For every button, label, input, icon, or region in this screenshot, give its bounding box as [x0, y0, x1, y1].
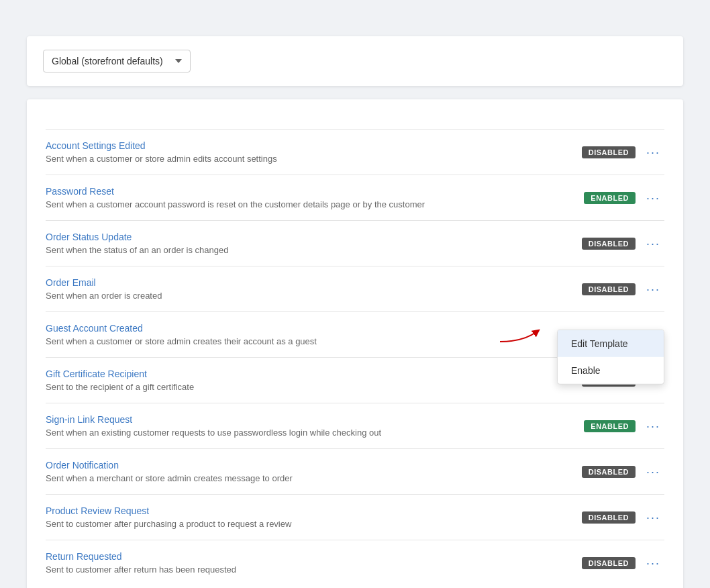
template-row: Order Status UpdateSent when the status …: [46, 220, 664, 266]
status-badge-password-reset: ENABLED: [584, 192, 636, 204]
arrow-indicator: [497, 325, 550, 345]
status-badge-product-review-request: DISABLED: [582, 511, 636, 524]
template-row: Account Settings EditedSent when a custo…: [46, 129, 664, 175]
storefront-dropdown[interactable]: Global (storefront defaults): [43, 50, 191, 72]
template-name-order-email[interactable]: Order Email: [46, 277, 582, 288]
more-options-btn-order-status-update[interactable]: ···: [642, 235, 664, 252]
template-name-sign-in-link-request[interactable]: Sign-in Link Request: [46, 414, 584, 425]
template-desc-sign-in-link-request: Sent when an existing customer requests …: [46, 428, 381, 438]
template-row: Guest Account CreatedSent when a custome…: [46, 311, 664, 357]
status-badge-sign-in-link-request: ENABLED: [584, 420, 636, 432]
template-row: Password ResetSent when a customer accou…: [46, 175, 664, 220]
template-row: Product Review RequestSent to customer a…: [46, 494, 664, 540]
status-badge-account-settings-edited: DISABLED: [582, 146, 636, 158]
email-templates-card: Account Settings EditedSent when a custo…: [27, 99, 683, 588]
template-name-product-review-request[interactable]: Product Review Request: [46, 505, 582, 516]
template-desc-order-status-update: Sent when the status of an an order is c…: [46, 245, 228, 255]
template-name-return-requested[interactable]: Return Requested: [46, 551, 582, 562]
status-badge-return-requested: DISABLED: [582, 557, 636, 569]
template-desc-account-settings-edited: Sent when a customer or store admin edit…: [46, 154, 277, 164]
more-options-btn-account-settings-edited[interactable]: ···: [642, 144, 664, 161]
template-name-account-settings-edited[interactable]: Account Settings Edited: [46, 140, 582, 151]
template-desc-return-requested: Sent to customer after return has been r…: [46, 565, 236, 575]
more-options-btn-sign-in-link-request[interactable]: ···: [642, 418, 664, 435]
template-desc-guest-account-created: Sent when a customer or store admin crea…: [46, 336, 317, 346]
template-name-order-status-update[interactable]: Order Status Update: [46, 232, 582, 242]
status-badge-order-notification: DISABLED: [582, 466, 636, 478]
template-row: Sign-in Link RequestSent when an existin…: [46, 403, 664, 448]
template-name-password-reset[interactable]: Password Reset: [46, 186, 584, 197]
more-options-btn-return-requested[interactable]: ···: [642, 554, 664, 572]
more-options-btn-order-notification[interactable]: ···: [642, 463, 664, 481]
more-options-btn-password-reset[interactable]: ···: [642, 189, 664, 207]
template-desc-order-email: Sent when an order is created: [46, 291, 162, 301]
context-menu-item-edit-template[interactable]: Edit Template: [558, 330, 664, 356]
status-badge-order-status-update: DISABLED: [582, 238, 636, 250]
more-options-btn-order-email[interactable]: ···: [642, 281, 664, 298]
template-row: Return RequestedSent to customer after r…: [46, 540, 664, 585]
template-row: Order EmailSent when an order is created…: [46, 266, 664, 311]
template-row: Order NotificationSent when a merchant o…: [46, 448, 664, 494]
context-menu-item-enable[interactable]: Enable: [558, 356, 664, 383]
template-desc-gift-certificate-recipient: Sent to the recipient of a gift certific…: [46, 382, 194, 392]
templates-list: Account Settings EditedSent when a custo…: [46, 129, 664, 585]
template-desc-password-reset: Sent when a customer account password is…: [46, 199, 425, 209]
template-desc-order-notification: Sent when a merchant or store admin crea…: [46, 473, 293, 483]
status-badge-order-email: DISABLED: [582, 283, 636, 295]
storefront-dropdown-card: Global (storefront defaults): [27, 36, 683, 86]
template-desc-product-review-request: Sent to customer after purchasing a prod…: [46, 519, 291, 529]
more-options-btn-product-review-request[interactable]: ···: [642, 509, 664, 526]
context-menu: Edit TemplateEnable: [557, 329, 664, 384]
template-name-gift-certificate-recipient[interactable]: Gift Certificate Recipient: [46, 369, 582, 379]
template-name-order-notification[interactable]: Order Notification: [46, 460, 582, 471]
